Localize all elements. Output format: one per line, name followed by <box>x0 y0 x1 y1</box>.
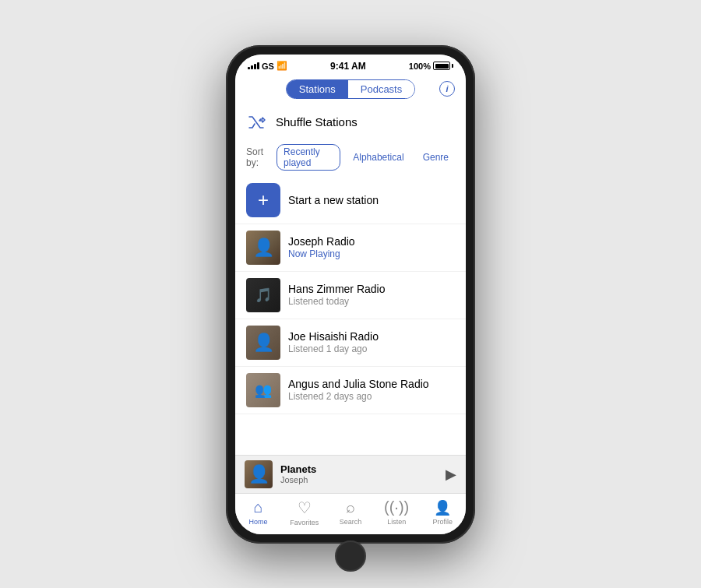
phone-device: GS 📶 9:41 AM 100% Stations Podcasts i <box>226 45 475 544</box>
station-item-1[interactable]: Hans Zimmer Radio Listened today <box>235 272 466 319</box>
favorites-label: Favorites <box>290 519 319 526</box>
station-info-2: Joe Hisaishi Radio Listened 1 day ago <box>288 330 455 354</box>
home-label: Home <box>249 518 268 526</box>
station-name-3: Angus and Julia Stone Radio <box>288 378 455 390</box>
sort-by-label: Sort by: <box>246 146 270 168</box>
station-subtitle-1: Listened today <box>288 296 455 307</box>
phone-screen: GS 📶 9:41 AM 100% Stations Podcasts i <box>235 55 466 534</box>
station-list: + Start a new station Joseph Radio Now P… <box>235 177 466 455</box>
shuffle-icon <box>246 111 268 133</box>
listen-icon: ((·)) <box>384 498 409 516</box>
now-playing-bar[interactable]: Planets Joseph ▶ <box>235 455 466 493</box>
station-info-0: Joseph Radio Now Playing <box>288 235 455 259</box>
play-button[interactable]: ▶ <box>446 466 456 483</box>
station-item-0[interactable]: Joseph Radio Now Playing <box>235 224 466 272</box>
tab-bar-profile[interactable]: 👤 Profile <box>424 499 461 526</box>
bottom-tab-bar: ⌂ Home ♡ Favorites ⌕ Search ((·)) Listen… <box>235 493 466 534</box>
battery-percent: 100% <box>409 62 431 71</box>
status-time: 9:41 AM <box>330 61 366 72</box>
station-item-2[interactable]: Joe Hisaishi Radio Listened 1 day ago <box>235 319 466 367</box>
tab-bar-listen[interactable]: ((·)) Listen <box>378 498 415 526</box>
status-left: GS 📶 <box>248 61 287 71</box>
info-icon[interactable]: i <box>439 81 455 97</box>
tab-bar-home[interactable]: ⌂ Home <box>240 498 277 526</box>
station-thumb-joe <box>246 326 280 360</box>
nav-tab-bar: Stations Podcasts i <box>235 75 466 104</box>
station-info-3: Angus and Julia Stone Radio Listened 2 d… <box>288 378 455 402</box>
now-playing-title: Planets <box>280 463 438 475</box>
wifi-icon: 📶 <box>277 61 287 71</box>
station-item-3[interactable]: Angus and Julia Stone Radio Listened 2 d… <box>235 367 466 414</box>
now-playing-info: Planets Joseph <box>280 463 438 484</box>
shuffle-label: Shuffle Stations <box>276 115 358 129</box>
carrier-text: GS <box>262 62 274 71</box>
profile-icon: 👤 <box>434 499 451 516</box>
station-name-1: Hans Zimmer Radio <box>288 283 455 295</box>
station-thumb-joseph <box>246 231 280 265</box>
station-subtitle-2: Listened 1 day ago <box>288 343 455 354</box>
listen-label: Listen <box>387 518 406 526</box>
now-playing-artist: Joseph <box>280 475 438 484</box>
plus-icon: + <box>246 183 280 217</box>
station-thumb-hans <box>246 278 280 312</box>
station-info-1: Hans Zimmer Radio Listened today <box>288 283 455 307</box>
tab-bar-search[interactable]: ⌕ Search <box>332 498 369 526</box>
search-icon: ⌕ <box>346 498 355 516</box>
station-name-0: Joseph Radio <box>288 235 455 248</box>
favorites-icon: ♡ <box>298 498 312 517</box>
sort-row: Sort by: Recently played Alphabetical Ge… <box>235 141 466 177</box>
tab-stations[interactable]: Stations <box>287 80 348 98</box>
start-new-label: Start a new station <box>288 194 455 206</box>
profile-label: Profile <box>433 518 453 526</box>
home-icon: ⌂ <box>254 498 263 516</box>
station-subtitle-3: Listened 2 days ago <box>288 391 455 402</box>
start-new-station[interactable]: + Start a new station <box>235 177 466 224</box>
sort-recently-played[interactable]: Recently played <box>277 144 340 171</box>
status-right: 100% <box>409 62 453 71</box>
home-button[interactable] <box>335 540 366 572</box>
signal-icon <box>248 62 259 69</box>
tab-podcasts[interactable]: Podcasts <box>348 80 414 98</box>
battery-icon <box>433 62 453 70</box>
station-name-2: Joe Hisaishi Radio <box>288 330 455 343</box>
sort-genre[interactable]: Genre <box>417 150 455 164</box>
search-label: Search <box>340 518 362 526</box>
tab-bar-favorites[interactable]: ♡ Favorites <box>286 498 323 526</box>
status-bar: GS 📶 9:41 AM 100% <box>235 55 466 75</box>
station-thumb-angus <box>246 373 280 407</box>
tab-group: Stations Podcasts <box>286 79 415 99</box>
main-content: Shuffle Stations Sort by: Recently playe… <box>235 104 466 493</box>
station-subtitle-0: Now Playing <box>288 248 455 259</box>
now-playing-thumb <box>245 460 273 488</box>
shuffle-row[interactable]: Shuffle Stations <box>235 104 466 141</box>
sort-alphabetical[interactable]: Alphabetical <box>347 150 410 164</box>
start-new-info: Start a new station <box>288 194 455 206</box>
